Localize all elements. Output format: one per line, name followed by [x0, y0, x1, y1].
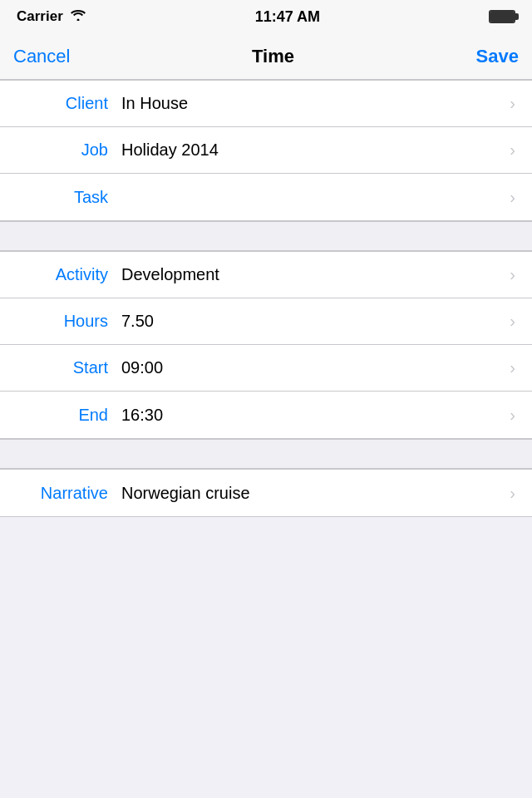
nav-bar: Cancel Time Save: [0, 33, 532, 80]
content: Client In House › Job Holiday 2014 › Tas…: [0, 80, 532, 517]
section-group-3: Narrative Norwegian cruise ›: [0, 469, 532, 517]
status-bar: Carrier 11:47 AM: [0, 0, 532, 33]
section-spacer-1: [0, 221, 532, 251]
hours-row[interactable]: Hours 7.50 ›: [0, 298, 532, 345]
nav-title: Time: [252, 46, 294, 67]
wifi-icon: [70, 8, 86, 25]
job-label: Job: [17, 140, 108, 160]
activity-label: Activity: [17, 265, 108, 284]
section-group-2: Activity Development › Hours 7.50 › Star…: [0, 251, 532, 439]
client-label: Client: [17, 94, 108, 113]
start-label: Start: [17, 358, 108, 377]
hours-chevron-icon: ›: [510, 312, 515, 331]
activity-value: Development: [121, 265, 510, 284]
end-chevron-icon: ›: [510, 406, 515, 425]
job-row[interactable]: Job Holiday 2014 ›: [0, 127, 532, 174]
status-bar-time: 11:47 AM: [255, 8, 320, 26]
activity-row[interactable]: Activity Development ›: [0, 252, 532, 298]
battery-icon: [489, 10, 515, 23]
section-spacer-2: [0, 439, 532, 469]
client-value: In House: [121, 94, 510, 113]
narrative-chevron-icon: ›: [510, 484, 515, 503]
status-bar-left: Carrier: [17, 8, 86, 25]
carrier-label: Carrier: [17, 8, 63, 25]
section-group-1: Client In House › Job Holiday 2014 › Tas…: [0, 80, 532, 221]
end-label: End: [17, 406, 108, 425]
hours-label: Hours: [17, 312, 108, 331]
activity-chevron-icon: ›: [510, 265, 515, 284]
save-button[interactable]: Save: [476, 46, 519, 67]
start-value: 09:00: [121, 358, 510, 377]
client-row[interactable]: Client In House ›: [0, 81, 532, 127]
start-chevron-icon: ›: [510, 358, 515, 377]
narrative-value: Norwegian cruise: [121, 484, 510, 503]
client-chevron-icon: ›: [510, 94, 515, 113]
cancel-button[interactable]: Cancel: [13, 46, 70, 67]
hours-value: 7.50: [121, 312, 510, 331]
narrative-row[interactable]: Narrative Norwegian cruise ›: [0, 470, 532, 516]
status-bar-right: [489, 10, 515, 23]
end-row[interactable]: End 16:30 ›: [0, 392, 532, 438]
task-label: Task: [17, 188, 108, 207]
start-row[interactable]: Start 09:00 ›: [0, 345, 532, 392]
task-chevron-icon: ›: [510, 188, 515, 207]
narrative-label: Narrative: [17, 484, 108, 503]
job-chevron-icon: ›: [510, 140, 515, 160]
task-row[interactable]: Task ›: [0, 174, 532, 220]
job-value: Holiday 2014: [121, 140, 510, 160]
end-value: 16:30: [121, 406, 510, 425]
